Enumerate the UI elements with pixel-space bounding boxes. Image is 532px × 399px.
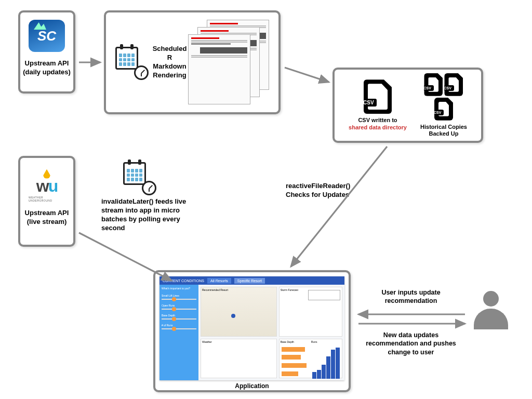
app-tab-specific: Specific Resort (234, 278, 265, 284)
app-tab-all: All Resorts (207, 278, 231, 284)
app-screenshot: CURRENT CONDITIONS All Resorts Specific … (159, 276, 344, 380)
app-panel-map: Recommended Resort (201, 287, 277, 337)
node-upstream-api-daily: SC Upstream API (daily updates) (18, 10, 75, 94)
app-panel-forecast: Storm Forecast (279, 287, 342, 337)
label-reactive-file-reader: reactiveFileReader() Checks for Updates (286, 182, 379, 200)
node-scheduled-markdown: Scheduled R Markdown Rendering (104, 10, 281, 114)
weather-underground-logo: wu WEATHER UNDERGROUND (29, 167, 65, 204)
label-user-input: User inputs update recommendation (367, 288, 455, 305)
svg-line-2 (291, 147, 387, 267)
app-sidebar: What's important to you? Small Lift Line… (159, 285, 198, 380)
user-icon (473, 291, 509, 332)
markdown-label: Scheduled R Markdown Rendering (152, 45, 188, 80)
node-csv-storage: CSV written to shared data directory His… (332, 68, 483, 143)
snocountry-logo: SC (29, 20, 65, 52)
calendar-clock-icon-2 (123, 162, 154, 193)
app-panel-base: Base Depth Runs (279, 339, 342, 378)
svg-line-1 (285, 68, 329, 82)
csv-backup-caption: Historical Copies Backed Up (420, 124, 467, 137)
api-live-label: Upstream API (live stream) (25, 209, 69, 227)
node-upstream-api-live: wu WEATHER UNDERGROUND Upstream API (liv… (18, 156, 75, 247)
csv-backup-stack (423, 73, 464, 121)
app-title: CURRENT CONDITIONS (163, 279, 204, 283)
calendar-clock-icon (115, 47, 147, 78)
application-label: Application (159, 380, 344, 390)
label-invalidate-later: invalidateLater() feeds live stream into… (101, 197, 200, 233)
label-user-output: New data updates recommendation and push… (362, 331, 460, 356)
csv-file-icon (364, 79, 392, 114)
node-application: CURRENT CONDITIONS All Resorts Specific … (153, 270, 351, 392)
api-daily-label: Upstream API (daily updates) (23, 59, 71, 77)
app-panel-weather: Weather (201, 339, 277, 378)
csv-written-caption: CSV written to shared data directory (349, 117, 407, 130)
rendered-doc-thumbnails (192, 20, 269, 105)
